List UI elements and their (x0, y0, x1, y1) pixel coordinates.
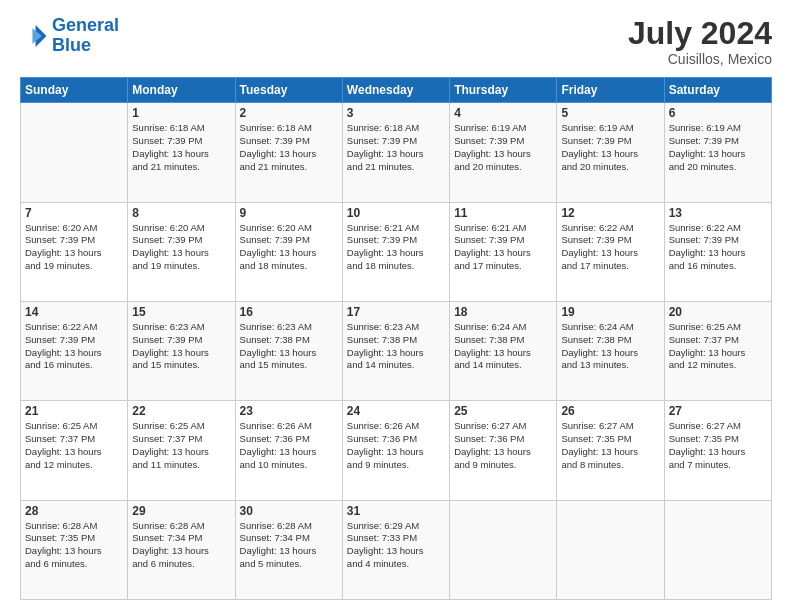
day-number: 15 (132, 305, 230, 319)
day-info: Sunrise: 6:22 AM Sunset: 7:39 PM Dayligh… (669, 222, 767, 273)
logo-line2: Blue (52, 35, 91, 55)
calendar: Sunday Monday Tuesday Wednesday Thursday… (20, 77, 772, 600)
calendar-cell (664, 500, 771, 599)
day-info: Sunrise: 6:19 AM Sunset: 7:39 PM Dayligh… (669, 122, 767, 173)
calendar-cell: 23Sunrise: 6:26 AM Sunset: 7:36 PM Dayli… (235, 401, 342, 500)
logo: General Blue (20, 16, 119, 56)
day-info: Sunrise: 6:23 AM Sunset: 7:39 PM Dayligh… (132, 321, 230, 372)
day-info: Sunrise: 6:21 AM Sunset: 7:39 PM Dayligh… (347, 222, 445, 273)
col-tuesday: Tuesday (235, 78, 342, 103)
day-number: 13 (669, 206, 767, 220)
day-info: Sunrise: 6:27 AM Sunset: 7:35 PM Dayligh… (561, 420, 659, 471)
day-number: 28 (25, 504, 123, 518)
calendar-cell: 3Sunrise: 6:18 AM Sunset: 7:39 PM Daylig… (342, 103, 449, 202)
day-info: Sunrise: 6:28 AM Sunset: 7:35 PM Dayligh… (25, 520, 123, 571)
day-number: 16 (240, 305, 338, 319)
day-info: Sunrise: 6:20 AM Sunset: 7:39 PM Dayligh… (240, 222, 338, 273)
day-number: 19 (561, 305, 659, 319)
day-info: Sunrise: 6:26 AM Sunset: 7:36 PM Dayligh… (347, 420, 445, 471)
col-saturday: Saturday (664, 78, 771, 103)
calendar-cell: 27Sunrise: 6:27 AM Sunset: 7:35 PM Dayli… (664, 401, 771, 500)
day-number: 4 (454, 106, 552, 120)
day-info: Sunrise: 6:29 AM Sunset: 7:33 PM Dayligh… (347, 520, 445, 571)
day-number: 27 (669, 404, 767, 418)
calendar-cell: 2Sunrise: 6:18 AM Sunset: 7:39 PM Daylig… (235, 103, 342, 202)
calendar-cell (557, 500, 664, 599)
calendar-cell: 25Sunrise: 6:27 AM Sunset: 7:36 PM Dayli… (450, 401, 557, 500)
day-info: Sunrise: 6:25 AM Sunset: 7:37 PM Dayligh… (25, 420, 123, 471)
calendar-header-row: Sunday Monday Tuesday Wednesday Thursday… (21, 78, 772, 103)
day-number: 24 (347, 404, 445, 418)
calendar-cell: 1Sunrise: 6:18 AM Sunset: 7:39 PM Daylig… (128, 103, 235, 202)
calendar-week-5: 28Sunrise: 6:28 AM Sunset: 7:35 PM Dayli… (21, 500, 772, 599)
day-number: 6 (669, 106, 767, 120)
day-info: Sunrise: 6:20 AM Sunset: 7:39 PM Dayligh… (132, 222, 230, 273)
location-title: Cuisillos, Mexico (628, 51, 772, 67)
calendar-week-4: 21Sunrise: 6:25 AM Sunset: 7:37 PM Dayli… (21, 401, 772, 500)
calendar-cell: 24Sunrise: 6:26 AM Sunset: 7:36 PM Dayli… (342, 401, 449, 500)
calendar-cell: 17Sunrise: 6:23 AM Sunset: 7:38 PM Dayli… (342, 301, 449, 400)
logo-line1: General (52, 15, 119, 35)
day-info: Sunrise: 6:24 AM Sunset: 7:38 PM Dayligh… (454, 321, 552, 372)
day-number: 31 (347, 504, 445, 518)
title-block: July 2024 Cuisillos, Mexico (628, 16, 772, 67)
day-number: 10 (347, 206, 445, 220)
day-info: Sunrise: 6:21 AM Sunset: 7:39 PM Dayligh… (454, 222, 552, 273)
day-info: Sunrise: 6:27 AM Sunset: 7:36 PM Dayligh… (454, 420, 552, 471)
day-number: 14 (25, 305, 123, 319)
day-info: Sunrise: 6:19 AM Sunset: 7:39 PM Dayligh… (454, 122, 552, 173)
header: General Blue July 2024 Cuisillos, Mexico (20, 16, 772, 67)
day-number: 21 (25, 404, 123, 418)
day-info: Sunrise: 6:28 AM Sunset: 7:34 PM Dayligh… (240, 520, 338, 571)
col-monday: Monday (128, 78, 235, 103)
calendar-cell (450, 500, 557, 599)
calendar-cell: 18Sunrise: 6:24 AM Sunset: 7:38 PM Dayli… (450, 301, 557, 400)
day-info: Sunrise: 6:27 AM Sunset: 7:35 PM Dayligh… (669, 420, 767, 471)
calendar-cell: 21Sunrise: 6:25 AM Sunset: 7:37 PM Dayli… (21, 401, 128, 500)
day-number: 30 (240, 504, 338, 518)
calendar-week-2: 7Sunrise: 6:20 AM Sunset: 7:39 PM Daylig… (21, 202, 772, 301)
day-info: Sunrise: 6:23 AM Sunset: 7:38 PM Dayligh… (347, 321, 445, 372)
calendar-cell: 8Sunrise: 6:20 AM Sunset: 7:39 PM Daylig… (128, 202, 235, 301)
page: General Blue July 2024 Cuisillos, Mexico… (0, 0, 792, 612)
day-info: Sunrise: 6:22 AM Sunset: 7:39 PM Dayligh… (561, 222, 659, 273)
day-number: 12 (561, 206, 659, 220)
day-info: Sunrise: 6:25 AM Sunset: 7:37 PM Dayligh… (669, 321, 767, 372)
month-title: July 2024 (628, 16, 772, 51)
calendar-cell: 4Sunrise: 6:19 AM Sunset: 7:39 PM Daylig… (450, 103, 557, 202)
day-number: 23 (240, 404, 338, 418)
day-number: 20 (669, 305, 767, 319)
calendar-cell: 15Sunrise: 6:23 AM Sunset: 7:39 PM Dayli… (128, 301, 235, 400)
day-number: 29 (132, 504, 230, 518)
day-info: Sunrise: 6:28 AM Sunset: 7:34 PM Dayligh… (132, 520, 230, 571)
day-info: Sunrise: 6:18 AM Sunset: 7:39 PM Dayligh… (240, 122, 338, 173)
calendar-cell: 31Sunrise: 6:29 AM Sunset: 7:33 PM Dayli… (342, 500, 449, 599)
calendar-cell: 7Sunrise: 6:20 AM Sunset: 7:39 PM Daylig… (21, 202, 128, 301)
col-thursday: Thursday (450, 78, 557, 103)
day-info: Sunrise: 6:20 AM Sunset: 7:39 PM Dayligh… (25, 222, 123, 273)
calendar-cell: 16Sunrise: 6:23 AM Sunset: 7:38 PM Dayli… (235, 301, 342, 400)
calendar-cell: 5Sunrise: 6:19 AM Sunset: 7:39 PM Daylig… (557, 103, 664, 202)
calendar-cell: 28Sunrise: 6:28 AM Sunset: 7:35 PM Dayli… (21, 500, 128, 599)
day-info: Sunrise: 6:24 AM Sunset: 7:38 PM Dayligh… (561, 321, 659, 372)
day-number: 17 (347, 305, 445, 319)
day-number: 9 (240, 206, 338, 220)
calendar-cell: 29Sunrise: 6:28 AM Sunset: 7:34 PM Dayli… (128, 500, 235, 599)
calendar-cell: 26Sunrise: 6:27 AM Sunset: 7:35 PM Dayli… (557, 401, 664, 500)
day-number: 2 (240, 106, 338, 120)
day-number: 8 (132, 206, 230, 220)
day-number: 5 (561, 106, 659, 120)
day-number: 1 (132, 106, 230, 120)
day-number: 11 (454, 206, 552, 220)
calendar-cell: 20Sunrise: 6:25 AM Sunset: 7:37 PM Dayli… (664, 301, 771, 400)
calendar-week-3: 14Sunrise: 6:22 AM Sunset: 7:39 PM Dayli… (21, 301, 772, 400)
calendar-week-1: 1Sunrise: 6:18 AM Sunset: 7:39 PM Daylig… (21, 103, 772, 202)
col-friday: Friday (557, 78, 664, 103)
col-wednesday: Wednesday (342, 78, 449, 103)
calendar-cell: 30Sunrise: 6:28 AM Sunset: 7:34 PM Dayli… (235, 500, 342, 599)
col-sunday: Sunday (21, 78, 128, 103)
calendar-cell: 9Sunrise: 6:20 AM Sunset: 7:39 PM Daylig… (235, 202, 342, 301)
logo-icon (20, 22, 48, 50)
calendar-cell: 12Sunrise: 6:22 AM Sunset: 7:39 PM Dayli… (557, 202, 664, 301)
day-number: 7 (25, 206, 123, 220)
